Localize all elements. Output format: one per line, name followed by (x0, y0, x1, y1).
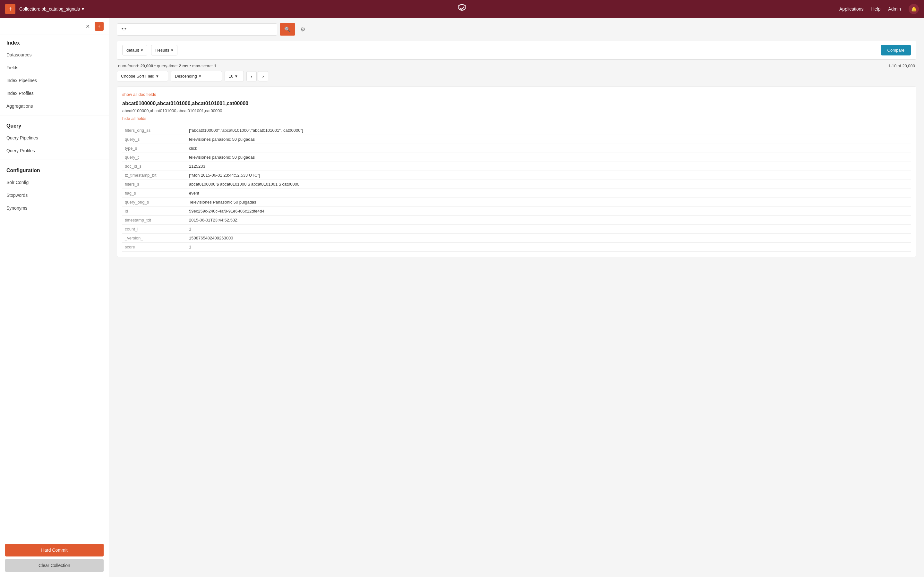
max-score-label: max-score: (192, 63, 213, 68)
bell-icon: 🔔 (911, 6, 917, 11)
search-bar: 🔍 ⚙ (117, 23, 916, 35)
close-sidebar-button[interactable]: ✕ (83, 22, 92, 31)
compare-button[interactable]: Compare (881, 45, 911, 55)
settings-button[interactable]: ⚙ (298, 23, 308, 35)
notifications-button[interactable]: 🔔 (909, 4, 919, 14)
field-value: event (186, 189, 911, 198)
field-value: ["abcat0100000","abcat0101000","abcat010… (186, 126, 911, 135)
results-header: default ▾ Results ▾ Compare (117, 41, 916, 60)
table-row: filters_s abcat0100000 $ abcat0101000 $ … (122, 180, 911, 189)
search-button[interactable]: 🔍 (280, 23, 295, 35)
pagination-nav: ‹ › (246, 71, 268, 81)
prev-icon: ‹ (251, 74, 252, 79)
page-size-selector[interactable]: 10 ▾ (225, 71, 244, 81)
sidebar-item-index-pipelines[interactable]: Index Pipelines (0, 74, 109, 87)
main-content: 🔍 ⚙ default ▾ Results ▾ Compare num-foun… (109, 18, 924, 577)
table-row: count_i 1 (122, 225, 911, 234)
sort-placeholder: Choose Sort Field (121, 74, 154, 79)
next-icon: › (262, 74, 264, 79)
query-section-title: Query (0, 118, 109, 131)
field-value: ["Mon 2015-06-01 23:44:52.533 UTC"] (186, 171, 911, 180)
table-row: filters_orig_ss ["abcat0100000","abcat01… (122, 126, 911, 135)
sort-row: Choose Sort Field ▾ Descending ▾ 10 ▾ ‹ … (117, 71, 916, 81)
field-value: televisiones panasonic 50 pulgadas (186, 135, 911, 144)
field-value: 2125233 (186, 162, 911, 171)
collection-selector[interactable]: Collection: bb_catalog_signals ▾ (19, 6, 84, 11)
chevron-down-icon: ▾ (82, 6, 84, 11)
applications-link[interactable]: Applications (839, 6, 864, 11)
table-row: timestamp_tdt 2015-06-01T23:44:52.53Z (122, 216, 911, 225)
max-score-value: 1 (214, 63, 216, 68)
result-card: show all doc fields abcat0100000,abcat01… (117, 87, 916, 257)
chevron-down-icon: ▾ (171, 48, 173, 53)
divider-2 (0, 160, 109, 160)
default-selector[interactable]: default ▾ (122, 45, 147, 55)
config-section-title: Configuration (0, 163, 109, 176)
plus-icon: + (97, 23, 100, 29)
app-body: ✕ + Index Datasources Fields Index Pipel… (0, 18, 924, 577)
order-label: Descending (175, 74, 197, 79)
show-all-fields-link[interactable]: show all doc fields (122, 92, 911, 97)
sidebar-item-index-profiles[interactable]: Index Profiles (0, 87, 109, 100)
results-label: Results (155, 48, 169, 53)
clear-collection-button[interactable]: Clear Collection (5, 559, 103, 572)
next-page-button[interactable]: › (258, 71, 268, 81)
results-selector[interactable]: Results ▾ (151, 45, 178, 55)
num-found-label: num-found: (118, 63, 139, 68)
table-row: query_orig_s Televisiones Panasonic 50 p… (122, 198, 911, 207)
sidebar-item-datasources[interactable]: Datasources (0, 48, 109, 61)
table-row: _version_ 1508765482409263000 (122, 234, 911, 243)
add-button[interactable]: + (5, 4, 15, 14)
fields-table: filters_orig_ss ["abcat0100000","abcat01… (122, 126, 911, 251)
field-key: filters_orig_ss (122, 126, 186, 135)
sort-order-selector[interactable]: Descending ▾ (171, 71, 222, 81)
sidebar: ✕ + Index Datasources Fields Index Pipel… (0, 18, 109, 577)
plus-icon: + (8, 5, 12, 13)
table-row: score 1 (122, 243, 911, 251)
field-key: query_t (122, 153, 186, 162)
gear-icon: ⚙ (300, 26, 305, 33)
index-section-title: Index (0, 35, 109, 48)
field-value: Televisiones Panasonic 50 pulgadas (186, 198, 911, 207)
num-found-value: 20,000 (140, 63, 153, 68)
table-row: type_s click (122, 144, 911, 153)
chevron-down-icon: ▾ (156, 74, 158, 79)
field-value: televisiones panasonic 50 pulgadas (186, 153, 911, 162)
field-value: 2015-06-01T23:44:52.53Z (186, 216, 911, 225)
search-input[interactable] (117, 23, 277, 35)
field-key: query_orig_s (122, 198, 186, 207)
field-key: tz_timestamp_txt (122, 171, 186, 180)
sidebar-item-solr-config[interactable]: Solr Config (0, 176, 109, 189)
chevron-down-icon: ▾ (235, 74, 237, 79)
hide-all-fields-link[interactable]: hide all fields (122, 116, 146, 121)
doc-subtitle: abcat0100000,abcat0101000,abcat0101001,c… (122, 108, 911, 113)
sidebar-item-query-profiles[interactable]: Query Profiles (0, 144, 109, 157)
topnav: + Collection: bb_catalog_signals ▾ Appli… (0, 0, 924, 18)
sidebar-item-stopwords[interactable]: Stopwords (0, 189, 109, 201)
table-row: query_t televisiones panasonic 50 pulgad… (122, 153, 911, 162)
query-time-value: 2 ms (179, 63, 189, 68)
field-key: filters_s (122, 180, 186, 189)
sidebar-item-aggregations[interactable]: Aggregations (0, 100, 109, 113)
admin-link[interactable]: Admin (888, 6, 901, 11)
sidebar-item-query-pipelines[interactable]: Query Pipelines (0, 131, 109, 144)
pagination-info: 1-10 of 20,000 (888, 63, 915, 68)
add-sidebar-button[interactable]: + (95, 22, 103, 31)
sidebar-item-fields[interactable]: Fields (0, 61, 109, 74)
prev-page-button[interactable]: ‹ (246, 71, 257, 81)
table-row: flag_s event (122, 189, 911, 198)
help-link[interactable]: Help (871, 6, 881, 11)
field-key: score (122, 243, 186, 251)
field-key: flag_s (122, 189, 186, 198)
field-value: 1 (186, 243, 911, 251)
field-value: 59ec259c-240c-4af8-91e6-f06c12dfe4d4 (186, 207, 911, 216)
sort-field-selector[interactable]: Choose Sort Field ▾ (117, 71, 168, 81)
table-row: query_s televisiones panasonic 50 pulgad… (122, 135, 911, 144)
hard-commit-button[interactable]: Hard Commit (5, 544, 103, 556)
close-icon: ✕ (86, 23, 90, 29)
sidebar-item-synonyms[interactable]: Synonyms (0, 201, 109, 214)
default-label: default (126, 48, 139, 53)
chevron-down-icon: ▾ (141, 48, 143, 53)
doc-title: abcat0100000,abcat0101000,abcat0101001,c… (122, 101, 911, 106)
field-key: count_i (122, 225, 186, 234)
